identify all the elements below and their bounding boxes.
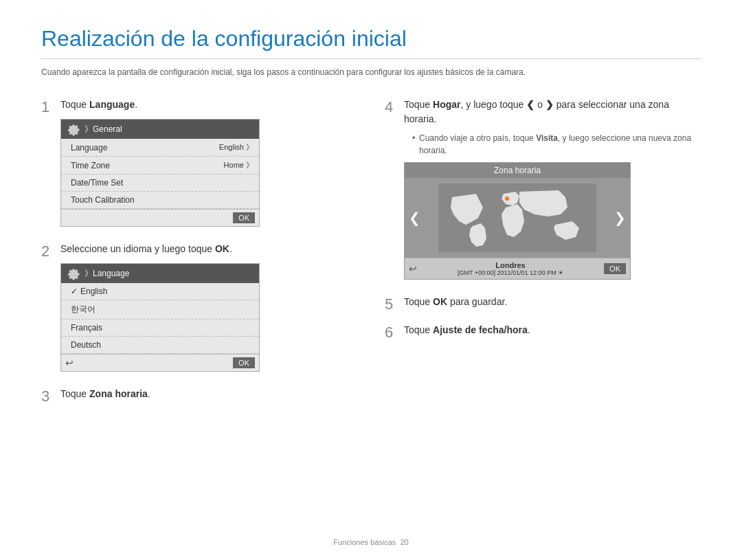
camera-screen-2-header: 》Language <box>61 264 259 283</box>
svg-point-1 <box>505 197 509 201</box>
screen1-header-text: 》General <box>85 124 122 135</box>
world-screen-footer: ↩ Londres [GMT +00:00] 2011/01/01 12:00 … <box>405 258 630 279</box>
screen1-row-datetime: Date/Time Set <box>61 175 259 192</box>
step-1-number: 1 <box>41 98 60 116</box>
screen1-row-timezone: Time Zone Home 》 <box>61 157 259 175</box>
screen1-footer: OK <box>61 209 259 226</box>
step-1: 1 Toque Language. 》General <box>41 98 357 227</box>
screen2-row-korean: 한국어 <box>61 300 259 320</box>
camera-screen-3: Zona horaria ❮ <box>404 162 631 280</box>
step-2: 2 Seleccione un idioma y luego toque OK.… <box>41 242 357 372</box>
world-screen-header: Zona horaria <box>405 163 630 178</box>
world-map-area: ❮ <box>405 178 630 258</box>
step-3: 3 Toque Zona horaria. <box>41 387 357 408</box>
screen2-row-german: Deutsch <box>61 337 259 354</box>
world-ok-button[interactable]: OK <box>604 263 626 274</box>
world-map-image <box>438 183 596 252</box>
world-nav-left[interactable]: ❮ <box>409 210 420 226</box>
world-map-svg <box>420 183 614 252</box>
step-5-number: 5 <box>385 295 404 313</box>
page-title: Realización de la configuración inicial <box>41 26 701 59</box>
step-4-text: Toque Hogar, y luego toque ❮ o ❯ para se… <box>404 98 701 126</box>
page-subtitle: Cuando aparezca la pantalla de configura… <box>41 66 701 78</box>
step-2-number: 2 <box>41 243 60 260</box>
back-icon[interactable]: ↩ <box>65 357 74 368</box>
step-2-text: Seleccione un idioma y luego toque OK. <box>60 242 357 256</box>
screen1-row-touch-calibration: Touch Calibration <box>61 192 259 209</box>
page-footer: Funciones básicas 20 <box>0 538 742 546</box>
step-3-text: Toque Zona horaria. <box>60 387 357 401</box>
world-nav-right[interactable]: ❯ <box>614 210 626 226</box>
camera-screen-1: 》General Language English 》 Time Zone Ho… <box>60 119 260 227</box>
world-footer-info: Londres [GMT +00:00] 2011/01/01 12:00 PM… <box>417 261 604 276</box>
camera-screen-1-header: 》General <box>61 120 259 139</box>
screen1-row-language: Language English 》 <box>61 139 259 157</box>
gear-icon <box>67 122 80 136</box>
step-6: 6 Toque Ajuste de fecha/hora. <box>385 323 701 344</box>
step-3-number: 3 <box>41 388 60 405</box>
screen2-row-french: Français <box>61 320 259 337</box>
world-back-icon[interactable]: ↩ <box>409 263 417 274</box>
screen1-ok-button[interactable]: OK <box>233 212 255 223</box>
screen2-footer: ↩ OK <box>61 354 259 371</box>
step-1-text: Toque Language. <box>60 98 357 112</box>
step-4-bullet: Cuando viaje a otro país, toque Visita, … <box>412 132 701 157</box>
camera-screen-2: 》Language English 한국어 Français Deutsch ↩… <box>60 263 260 372</box>
step-5: 5 Toque OK para guardar. <box>385 295 701 316</box>
step-6-text: Toque Ajuste de fecha/hora. <box>404 323 701 337</box>
gear-icon-2 <box>67 267 80 280</box>
screen2-header-text: 》Language <box>85 268 129 280</box>
step-5-text: Toque OK para guardar. <box>404 295 701 309</box>
screen2-ok-button[interactable]: OK <box>233 357 255 368</box>
screen2-row-english: English <box>61 283 259 300</box>
step-6-number: 6 <box>385 324 404 341</box>
step-4: 4 Toque Hogar, y luego toque ❮ o ❯ para … <box>385 98 701 280</box>
step-4-number: 4 <box>385 98 404 116</box>
